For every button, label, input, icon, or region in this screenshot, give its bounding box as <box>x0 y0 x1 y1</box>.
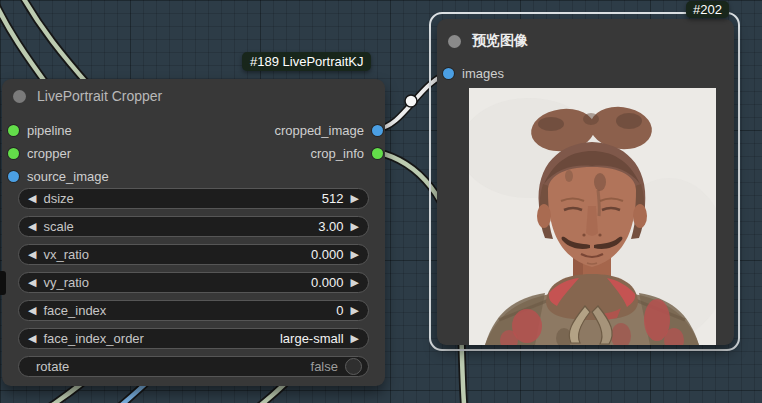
widget-face-index[interactable]: ◀ face_index 0 ▶ <box>18 300 369 321</box>
slot-row: cropper crop_info <box>8 143 383 163</box>
widget-value: 3.00 <box>318 219 343 234</box>
output-dot-cropped-image[interactable] <box>372 125 383 136</box>
input-port-pipeline[interactable]: pipeline <box>8 123 72 138</box>
node-header[interactable]: 预览图像 <box>448 31 528 51</box>
input-dot-pipeline[interactable] <box>8 125 19 136</box>
input-dot-cropper[interactable] <box>8 148 19 159</box>
toggle-knob-icon[interactable] <box>345 358 362 375</box>
collapse-dot-icon[interactable] <box>448 35 461 48</box>
node-preview-image[interactable]: 预览图像 images <box>437 19 734 345</box>
slot-row: images <box>443 63 732 83</box>
link-midpoint-dot[interactable] <box>405 95 417 107</box>
widget-value: false <box>311 359 338 374</box>
slot-row: source_image <box>8 166 383 186</box>
input-dot-images[interactable] <box>443 68 454 79</box>
decrement-arrow-icon[interactable]: ◀ <box>28 193 36 204</box>
widget-scale[interactable]: ◀ scale 3.00 ▶ <box>18 216 369 237</box>
widget-label: face_index_order <box>43 331 143 346</box>
decrement-arrow-icon[interactable]: ◀ <box>28 277 36 288</box>
offscreen-node-sliver <box>0 271 6 295</box>
increment-arrow-icon[interactable]: ▶ <box>351 277 359 288</box>
decrement-arrow-icon[interactable]: ◀ <box>28 333 36 344</box>
widget-label: face_index <box>43 303 106 318</box>
wire-top-left-b[interactable] <box>20 0 91 88</box>
increment-arrow-icon[interactable]: ▶ <box>351 305 359 316</box>
widget-rotate-toggle[interactable]: rotate false <box>18 356 369 377</box>
widget-label: scale <box>43 219 73 234</box>
node-liveportrait-cropper[interactable]: LivePortrait Cropper pipeline cropped_im… <box>2 79 385 386</box>
increment-arrow-icon[interactable]: ▶ <box>351 221 359 232</box>
slot-label: images <box>462 66 504 81</box>
widget-label: vy_ratio <box>43 275 89 290</box>
input-port-images[interactable]: images <box>443 66 504 81</box>
widget-label: vx_ratio <box>43 247 89 262</box>
decrement-arrow-icon[interactable]: ◀ <box>28 305 36 316</box>
slot-label: pipeline <box>27 123 72 138</box>
widget-vx-ratio[interactable]: ◀ vx_ratio 0.000 ▶ <box>18 244 369 265</box>
slot-row: pipeline cropped_image <box>8 120 383 140</box>
widget-dsize[interactable]: ◀ dsize 512 ▶ <box>18 188 369 209</box>
widget-label: rotate <box>36 359 69 374</box>
output-port-cropped-image[interactable]: cropped_image <box>274 123 383 138</box>
widget-label: dsize <box>43 191 73 206</box>
increment-arrow-icon[interactable]: ▶ <box>351 193 359 204</box>
node-title: 预览图像 <box>472 32 528 50</box>
widget-face-index-order[interactable]: ◀ face_index_order large-small ▶ <box>18 328 369 349</box>
node-id-badge-preview: #202 <box>686 1 729 18</box>
slot-label: crop_info <box>311 146 364 161</box>
widget-value: 0.000 <box>311 275 344 290</box>
node-header[interactable]: LivePortrait Cropper <box>13 86 162 106</box>
collapse-dot-icon[interactable] <box>13 90 26 103</box>
output-port-crop-info[interactable]: crop_info <box>311 146 383 161</box>
slot-label: cropper <box>27 146 71 161</box>
node-graph-canvas[interactable]: { "badges": { "cropper": "#189 LivePortr… <box>0 0 762 403</box>
input-port-source-image[interactable]: source_image <box>8 169 109 184</box>
input-dot-source-image[interactable] <box>8 171 19 182</box>
decrement-arrow-icon[interactable]: ◀ <box>28 249 36 260</box>
node-title: LivePortrait Cropper <box>37 88 162 104</box>
increment-arrow-icon[interactable]: ▶ <box>351 333 359 344</box>
node-id-badge-cropper: #189 LivePortraitKJ <box>242 52 371 71</box>
widget-value: 512 <box>322 191 344 206</box>
widget-value: 0 <box>336 303 343 318</box>
slot-label: cropped_image <box>274 123 364 138</box>
wire-top-left-a[interactable] <box>0 0 48 86</box>
decrement-arrow-icon[interactable]: ◀ <box>28 221 36 232</box>
terracotta-warrior-illustration <box>469 88 716 345</box>
output-dot-crop-info[interactable] <box>372 148 383 159</box>
widget-value: large-small <box>280 331 344 346</box>
slot-label: source_image <box>27 169 109 184</box>
input-port-cropper[interactable]: cropper <box>8 146 71 161</box>
increment-arrow-icon[interactable]: ▶ <box>351 249 359 260</box>
widget-vy-ratio[interactable]: ◀ vy_ratio 0.000 ▶ <box>18 272 369 293</box>
widget-value: 0.000 <box>311 247 344 262</box>
preview-image-terracotta-warrior[interactable] <box>469 88 716 345</box>
